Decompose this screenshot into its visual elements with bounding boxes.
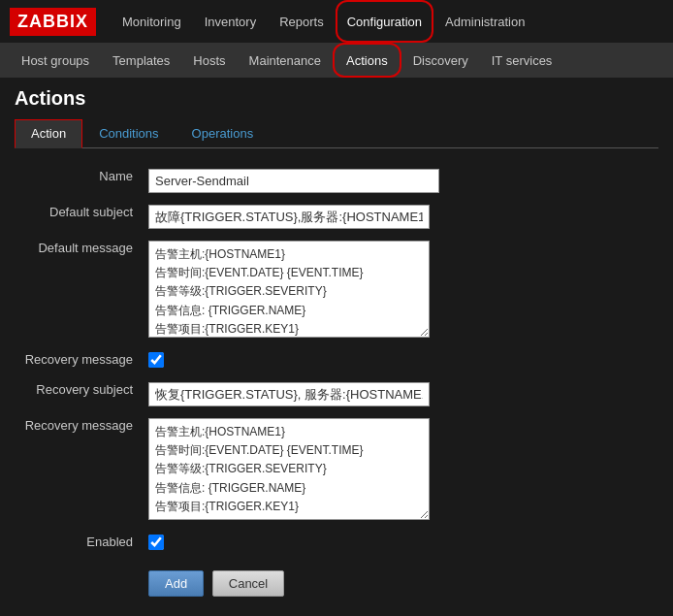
name-row: Name	[15, 163, 658, 199]
page-title: Actions	[15, 87, 658, 110]
tab-bar: Action Conditions Operations	[15, 119, 658, 148]
subnav-discovery[interactable]: Discovery	[401, 43, 480, 78]
top-navigation: ZABBIX Monitoring Inventory Reports Conf…	[0, 0, 673, 43]
default-subject-label: Default subject	[15, 199, 141, 235]
action-form: Name Default subject Default message Rec…	[15, 163, 658, 602]
button-row: Add Cancel	[15, 559, 658, 602]
recovery-message-checkbox[interactable]	[148, 352, 164, 368]
recovery-subject-input[interactable]	[148, 382, 430, 406]
enabled-row: Enabled	[15, 529, 658, 559]
recovery-message-textarea[interactable]	[148, 418, 430, 520]
cancel-button[interactable]: Cancel	[212, 570, 284, 597]
enabled-label: Enabled	[15, 529, 141, 559]
recovery-message2-label: Recovery message	[15, 412, 141, 529]
default-subject-input[interactable]	[148, 205, 430, 229]
subnav-templates[interactable]: Templates	[101, 43, 181, 78]
name-label: Name	[15, 163, 141, 199]
sub-navigation: Host groups Templates Hosts Maintenance …	[0, 43, 673, 78]
subnav-hosts[interactable]: Hosts	[181, 43, 237, 78]
tab-conditions[interactable]: Conditions	[82, 119, 175, 147]
logo: ZABBIX	[10, 8, 96, 36]
subnav-itservices[interactable]: IT services	[480, 43, 564, 78]
default-message-label: Default message	[15, 235, 141, 346]
recovery-message-label: Recovery message	[15, 346, 141, 376]
subnav-actions[interactable]: Actions	[333, 43, 401, 78]
tab-action[interactable]: Action	[15, 119, 82, 148]
default-message-textarea[interactable]	[148, 241, 430, 338]
recovery-message-row: Recovery message	[15, 346, 658, 376]
tab-operations[interactable]: Operations	[176, 119, 271, 147]
default-subject-row: Default subject	[15, 199, 658, 235]
add-button[interactable]: Add	[148, 570, 204, 597]
subnav-maintenance[interactable]: Maintenance	[238, 43, 333, 78]
page-content: Actions Action Conditions Operations Nam…	[0, 78, 673, 616]
recovery-message2-row: Recovery message	[15, 412, 658, 529]
name-input[interactable]	[148, 169, 439, 193]
nav-reports[interactable]: Reports	[268, 0, 336, 43]
nav-monitoring[interactable]: Monitoring	[111, 0, 193, 43]
nav-administration[interactable]: Administration	[433, 0, 536, 43]
recovery-subject-row: Recovery subject	[15, 376, 658, 412]
enabled-checkbox[interactable]	[148, 535, 164, 550]
recovery-subject-label: Recovery subject	[15, 376, 141, 412]
nav-inventory[interactable]: Inventory	[193, 0, 268, 43]
subnav-hostgroups[interactable]: Host groups	[10, 43, 101, 78]
default-message-row: Default message	[15, 235, 658, 346]
nav-configuration[interactable]: Configuration	[336, 0, 433, 43]
